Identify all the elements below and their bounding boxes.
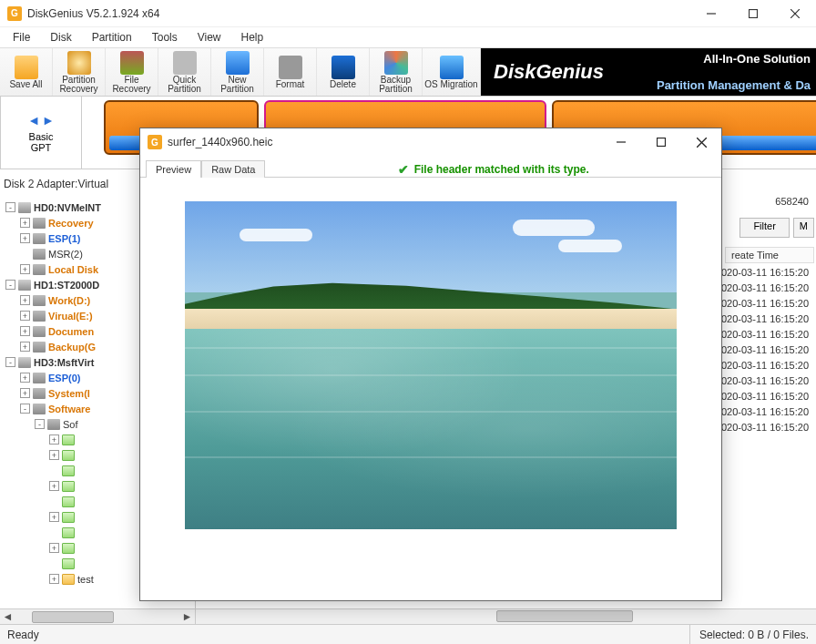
menu-disk[interactable]: Disk	[41, 29, 80, 46]
grid-header-createtime[interactable]: reate Time	[725, 247, 814, 263]
more-button[interactable]: M	[793, 218, 814, 238]
window-title: DiskGenius V5.2.1.924 x64	[27, 7, 159, 20]
menubar: File Disk Partition Tools View Help	[0, 27, 816, 47]
tbtn-delete[interactable]: Delete	[317, 48, 370, 96]
expand-icon[interactable]: +	[20, 342, 30, 352]
grid-cell-createtime[interactable]: 020-03-11 16:15:20	[716, 344, 814, 360]
prev-disk-button[interactable]: ◄	[27, 113, 40, 128]
preview-maximize-button[interactable]	[641, 129, 681, 155]
tree-item-label: Software	[48, 404, 90, 414]
tbtn-new-partition[interactable]: New Partition	[211, 48, 264, 96]
grid-cell-createtime[interactable]: 020-03-11 16:15:20	[716, 329, 814, 344]
folderg-icon	[62, 481, 75, 492]
svg-rect-1	[750, 9, 758, 17]
scroll-thumb[interactable]	[32, 611, 114, 623]
grid-cell-createtime[interactable]: 020-03-11 16:15:20	[716, 282, 814, 298]
grid-cell-createtime[interactable]: 020-03-11 16:15:20	[716, 375, 814, 391]
folderg-icon	[62, 527, 75, 538]
grid-cell-createtime[interactable]: 020-03-11 16:15:20	[716, 313, 814, 329]
tbtn-file-recovery[interactable]: File Recovery	[106, 48, 158, 96]
tree-item-label: Recovery	[48, 218, 94, 229]
menu-view[interactable]: View	[189, 29, 230, 46]
expand-icon[interactable]: +	[49, 450, 59, 460]
expand-icon[interactable]: +	[20, 311, 30, 321]
expand-icon[interactable]: +	[20, 264, 30, 274]
tbtn-backup-partition[interactable]: Backup Partition	[370, 48, 423, 96]
tree-item-label: Sof	[63, 419, 78, 430]
part-icon	[47, 419, 60, 430]
expand-icon[interactable]: +	[20, 326, 30, 336]
folderg-icon	[62, 496, 75, 507]
main-hscrollbar[interactable]	[196, 608, 816, 624]
tree-item-label: MSR(2)	[48, 249, 83, 260]
tree-item-label: test	[77, 574, 94, 585]
disk-info-label: Disk 2 Adapter:Virtual	[4, 178, 108, 190]
file-recovery-icon	[120, 51, 144, 75]
menu-tools[interactable]: Tools	[143, 29, 187, 46]
folderg-icon	[62, 558, 75, 569]
preview-image	[185, 201, 677, 529]
tree-item-label: Documen	[48, 326, 94, 337]
collapse-icon[interactable]: -	[5, 280, 15, 290]
minimize-button[interactable]	[690, 0, 732, 27]
folder-icon	[62, 574, 75, 585]
tbtn-os-migration[interactable]: OS Migration	[423, 48, 481, 96]
tbtn-format[interactable]: Format	[264, 48, 317, 96]
maximize-button[interactable]	[732, 0, 774, 27]
next-disk-button[interactable]: ►	[42, 113, 55, 128]
save-icon	[15, 56, 38, 79]
disk-nav: ◄► Basic GPT	[0, 97, 82, 169]
tree-item-label: ESP(0)	[48, 373, 80, 383]
tree-item-label: HD3:MsftVirt	[34, 357, 94, 368]
tab-raw-data[interactable]: Raw Data	[201, 160, 265, 178]
tbtn-save-all[interactable]: Save All	[0, 48, 53, 96]
part-icon	[33, 311, 46, 322]
collapse-icon[interactable]: -	[5, 357, 15, 367]
expand-icon[interactable]: +	[20, 388, 30, 398]
filter-button[interactable]: Filter	[740, 218, 789, 238]
folderg-icon	[62, 465, 75, 476]
expand-icon[interactable]: +	[20, 218, 30, 228]
preview-minimize-button[interactable]	[601, 129, 641, 155]
tree-item-label: ESP(1)	[48, 233, 80, 244]
part-icon	[33, 388, 46, 399]
tbtn-partition-recovery[interactable]: Partition Recovery	[53, 48, 106, 96]
app-icon: G	[7, 6, 22, 21]
menu-partition[interactable]: Partition	[83, 29, 141, 46]
expand-icon[interactable]: +	[49, 543, 59, 553]
expand-icon[interactable]: +	[20, 373, 30, 383]
disk-icon	[18, 202, 31, 213]
expand-icon[interactable]: +	[49, 574, 59, 584]
preview-close-button[interactable]	[681, 129, 721, 155]
backup-icon	[384, 51, 408, 75]
expand-icon[interactable]: +	[49, 481, 59, 491]
grid-cell-createtime[interactable]: 020-03-11 16:15:20	[716, 406, 814, 422]
close-button[interactable]	[774, 0, 816, 27]
tbtn-quick-partition[interactable]: Quick Partition	[158, 48, 211, 96]
tab-preview[interactable]: Preview	[146, 160, 201, 178]
preview-body	[140, 178, 721, 600]
part-icon	[33, 264, 46, 275]
brand-bottom: Partition Management & Da	[657, 78, 811, 92]
grid-cell-createtime[interactable]: 020-03-11 16:15:20	[716, 360, 814, 375]
scroll-right-icon[interactable]: ►	[179, 609, 195, 625]
tree-hscrollbar[interactable]: ◄ ►	[0, 608, 195, 624]
os-migration-icon	[440, 56, 464, 79]
grid-cell-createtime[interactable]: 020-03-11 16:15:20	[716, 298, 814, 313]
tree-item-label: Local Disk	[48, 264, 98, 275]
scroll-left-icon[interactable]: ◄	[0, 609, 15, 625]
grid-cell-createtime[interactable]: 020-03-11 16:15:20	[716, 422, 814, 437]
main-scroll-thumb[interactable]	[496, 610, 633, 622]
collapse-icon[interactable]: -	[20, 404, 30, 414]
expand-icon[interactable]: +	[49, 434, 59, 445]
grid-cell-createtime[interactable]: 020-03-11 16:15:20	[716, 391, 814, 406]
menu-help[interactable]: Help	[232, 29, 273, 46]
expand-icon[interactable]: +	[20, 233, 30, 243]
menu-file[interactable]: File	[4, 29, 39, 46]
expand-icon[interactable]: +	[49, 512, 59, 522]
grid-cell-createtime[interactable]: 020-03-11 16:15:20	[716, 267, 814, 282]
collapse-icon[interactable]: -	[5, 202, 15, 212]
expand-icon[interactable]: +	[20, 295, 30, 305]
collapse-icon[interactable]: -	[35, 419, 45, 429]
preview-titlebar[interactable]: G surfer_1440x960.heic	[140, 128, 721, 156]
